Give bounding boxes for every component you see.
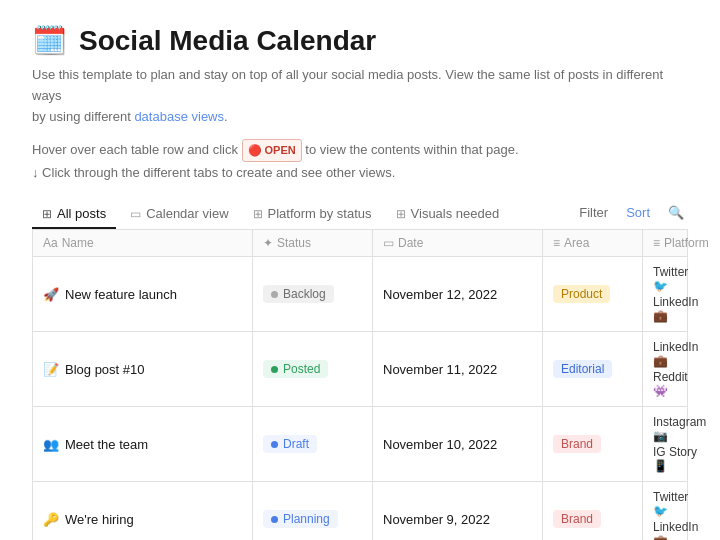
tab-visuals-needed[interactable]: ⊞ Visuals needed xyxy=(386,200,510,229)
row3-status-badge: Draft xyxy=(263,435,317,453)
row2-status-cell: Posted xyxy=(253,332,373,406)
col-header-area: ≡ Area xyxy=(543,230,643,256)
row2-area-tag: Editorial xyxy=(553,360,612,378)
col-header-name: Aa Name xyxy=(33,230,253,256)
col-area-icon: ≡ xyxy=(553,236,560,250)
row4-status-dot xyxy=(271,516,278,523)
col-header-status: ✦ Status xyxy=(253,230,373,256)
tab-all-posts-label: All posts xyxy=(57,206,106,221)
table-row[interactable]: 👥 Meet the team Draft November 10, 2022 … xyxy=(33,407,687,482)
row2-platform-cell: LinkedIn 💼 Reddit 👾 xyxy=(643,332,708,406)
row2-date: November 11, 2022 xyxy=(383,362,497,377)
row4-name: We're hiring xyxy=(65,512,134,527)
col-header-date: ▭ Date xyxy=(373,230,543,256)
row3-area-cell: Brand xyxy=(543,407,643,481)
col-name-icon: Aa xyxy=(43,236,58,250)
tab-actions: Filter Sort 🔍 xyxy=(575,203,688,226)
row1-status-dot xyxy=(271,291,278,298)
description: Use this template to plan and stay on to… xyxy=(32,65,688,127)
table-row[interactable]: 🚀 New feature launch Backlog November 12… xyxy=(33,257,687,332)
tab-calendar-view-icon: ▭ xyxy=(130,207,141,221)
table-row[interactable]: 📝 Blog post #10 Posted November 11, 2022… xyxy=(33,332,687,407)
tab-calendar-view[interactable]: ▭ Calendar view xyxy=(120,200,238,229)
row1-emoji: 🚀 xyxy=(43,287,59,302)
row1-status-cell: Backlog xyxy=(253,257,373,331)
row2-status-dot xyxy=(271,366,278,373)
row2-area-cell: Editorial xyxy=(543,332,643,406)
row2-platform-2: Reddit 👾 xyxy=(653,370,698,398)
open-badge: 🔴 OPEN xyxy=(242,139,302,162)
tab-platform-by-status[interactable]: ⊞ Platform by status xyxy=(243,200,382,229)
row4-platform-2: LinkedIn 💼 xyxy=(653,520,698,540)
page-emoji: 🗓️ xyxy=(32,24,67,57)
row4-platform-1: Twitter 🐦 xyxy=(653,490,698,518)
row3-emoji: 👥 xyxy=(43,437,59,452)
row1-name: New feature launch xyxy=(65,287,177,302)
row2-status-badge: Posted xyxy=(263,360,328,378)
row3-status-cell: Draft xyxy=(253,407,373,481)
filter-button[interactable]: Filter xyxy=(575,203,612,222)
row1-area-tag: Product xyxy=(553,285,610,303)
tab-visuals-icon: ⊞ xyxy=(396,207,406,221)
col-status-icon: ✦ xyxy=(263,236,273,250)
tab-all-posts[interactable]: ⊞ All posts xyxy=(32,200,116,229)
tab-visuals-label: Visuals needed xyxy=(411,206,500,221)
row4-date: November 9, 2022 xyxy=(383,512,490,527)
row3-platform-1: Instagram 📷 xyxy=(653,415,706,443)
row3-status-dot xyxy=(271,441,278,448)
row3-date-cell: November 10, 2022 xyxy=(373,407,543,481)
row4-name-cell: 🔑 We're hiring xyxy=(33,482,253,540)
col-date-icon: ▭ xyxy=(383,236,394,250)
row4-status-cell: Planning xyxy=(253,482,373,540)
row1-platform-1: Twitter 🐦 xyxy=(653,265,698,293)
tab-platform-icon: ⊞ xyxy=(253,207,263,221)
database-views-link[interactable]: database views xyxy=(134,109,224,124)
tabs-bar: ⊞ All posts ▭ Calendar view ⊞ Platform b… xyxy=(32,200,688,230)
row2-name: Blog post #10 xyxy=(65,362,145,377)
row3-platform-cell: Instagram 📷 IG Story 📱 xyxy=(643,407,716,481)
row2-emoji: 📝 xyxy=(43,362,59,377)
row2-name-cell: 📝 Blog post #10 xyxy=(33,332,253,406)
row1-date: November 12, 2022 xyxy=(383,287,497,302)
data-table: Aa Name ✦ Status ▭ Date ≡ Area ≡ Platfor… xyxy=(32,230,688,540)
row3-name: Meet the team xyxy=(65,437,148,452)
row3-area-tag: Brand xyxy=(553,435,601,453)
tab-platform-label: Platform by status xyxy=(268,206,372,221)
row2-platform-1: LinkedIn 💼 xyxy=(653,340,698,368)
row4-status-badge: Planning xyxy=(263,510,338,528)
tab-calendar-view-label: Calendar view xyxy=(146,206,228,221)
table-header: Aa Name ✦ Status ▭ Date ≡ Area ≡ Platfor… xyxy=(33,230,687,257)
row3-name-cell: 👥 Meet the team xyxy=(33,407,253,481)
row2-date-cell: November 11, 2022 xyxy=(373,332,543,406)
hover-instructions: Hover over each table row and click 🔴 OP… xyxy=(32,139,688,184)
sort-button[interactable]: Sort xyxy=(622,203,654,222)
search-button[interactable]: 🔍 xyxy=(664,203,688,222)
row1-area-cell: Product xyxy=(543,257,643,331)
row4-area-cell: Brand xyxy=(543,482,643,540)
row4-date-cell: November 9, 2022 xyxy=(373,482,543,540)
row4-platform-cell: Twitter 🐦 LinkedIn 💼 xyxy=(643,482,708,540)
row1-status-badge: Backlog xyxy=(263,285,334,303)
row3-date: November 10, 2022 xyxy=(383,437,497,452)
row1-platform-cell: Twitter 🐦 LinkedIn 💼 xyxy=(643,257,708,331)
page-header: 🗓️ Social Media Calendar xyxy=(32,24,688,57)
row1-platform-2: LinkedIn 💼 xyxy=(653,295,698,323)
row1-date-cell: November 12, 2022 xyxy=(373,257,543,331)
row4-area-tag: Brand xyxy=(553,510,601,528)
table-row[interactable]: 🔑 We're hiring Planning November 9, 2022… xyxy=(33,482,687,540)
row3-platform-2: IG Story 📱 xyxy=(653,445,706,473)
col-header-platform: ≡ Platform xyxy=(643,230,719,256)
tab-all-posts-icon: ⊞ xyxy=(42,207,52,221)
col-platform-icon: ≡ xyxy=(653,236,660,250)
row4-emoji: 🔑 xyxy=(43,512,59,527)
page-title: Social Media Calendar xyxy=(79,25,376,57)
row1-name-cell: 🚀 New feature launch xyxy=(33,257,253,331)
